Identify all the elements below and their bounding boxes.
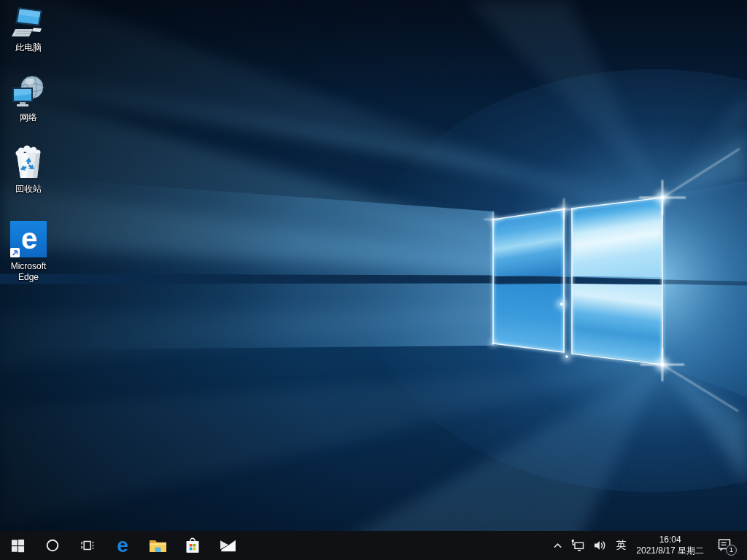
clock[interactable]: 16:04 2021/8/17 星期二 bbox=[631, 534, 709, 556]
shortcut-arrow-overlay bbox=[10, 248, 20, 257]
clock-date: 2021/8/17 星期二 bbox=[636, 545, 704, 556]
store-bag-icon bbox=[184, 536, 201, 555]
network-tray-button[interactable] bbox=[567, 531, 589, 560]
edge-e-icon: e bbox=[112, 535, 133, 556]
desktop-wallpaper[interactable] bbox=[0, 0, 747, 560]
mail-envelope-icon bbox=[219, 537, 237, 555]
file-explorer-button[interactable] bbox=[140, 531, 175, 560]
svg-text:e: e bbox=[117, 535, 128, 556]
volume-tray-button[interactable] bbox=[589, 531, 611, 560]
recycle-bin-icon bbox=[12, 144, 45, 181]
show-hidden-icons-button[interactable] bbox=[548, 531, 567, 560]
desktop-icon-label: 回收站 bbox=[15, 184, 42, 195]
desktop-icon-this-pc[interactable]: 此电脑 bbox=[0, 6, 57, 53]
desktop-icon-label: 网络 bbox=[20, 112, 37, 123]
taskbar: e bbox=[0, 531, 747, 560]
edge-icon: e bbox=[9, 220, 47, 258]
chevron-up-icon bbox=[552, 540, 563, 551]
action-center-button[interactable]: 1 bbox=[709, 531, 741, 560]
this-pc-icon bbox=[12, 6, 45, 39]
desktop-icon-microsoft-edge[interactable]: e Microsoft Edge bbox=[0, 220, 57, 283]
show-desktop-button[interactable] bbox=[741, 531, 747, 560]
input-method-indicator[interactable]: 英 bbox=[611, 531, 631, 560]
cortana-circle-icon bbox=[45, 538, 60, 553]
desktop-icon-label: 此电脑 bbox=[15, 42, 42, 53]
desktop-icon-label: Microsoft Edge bbox=[1, 261, 55, 283]
task-view-button[interactable] bbox=[70, 531, 105, 560]
taskbar-left: e bbox=[0, 531, 245, 560]
ethernet-icon bbox=[571, 539, 585, 552]
clock-time: 16:04 bbox=[636, 534, 704, 545]
cortana-search-button[interactable] bbox=[35, 531, 70, 560]
mail-button[interactable] bbox=[210, 531, 245, 560]
svg-text:e: e bbox=[21, 222, 37, 254]
system-tray: 英 16:04 2021/8/17 星期二 1 bbox=[548, 531, 747, 560]
folder-icon bbox=[149, 538, 167, 553]
windows-logo-icon bbox=[11, 539, 25, 553]
start-button[interactable] bbox=[0, 531, 35, 560]
windows-hero-wallpaper bbox=[0, 0, 747, 560]
network-icon bbox=[11, 75, 46, 109]
notification-count-badge: 1 bbox=[726, 545, 737, 556]
store-button[interactable] bbox=[175, 531, 210, 560]
speaker-icon bbox=[593, 539, 607, 552]
task-view-icon bbox=[80, 538, 95, 553]
edge-taskbar-button[interactable]: e bbox=[105, 531, 140, 560]
desktop-icon-network[interactable]: 网络 bbox=[0, 75, 57, 123]
desktop-icon-recycle-bin[interactable]: 回收站 bbox=[0, 144, 57, 195]
